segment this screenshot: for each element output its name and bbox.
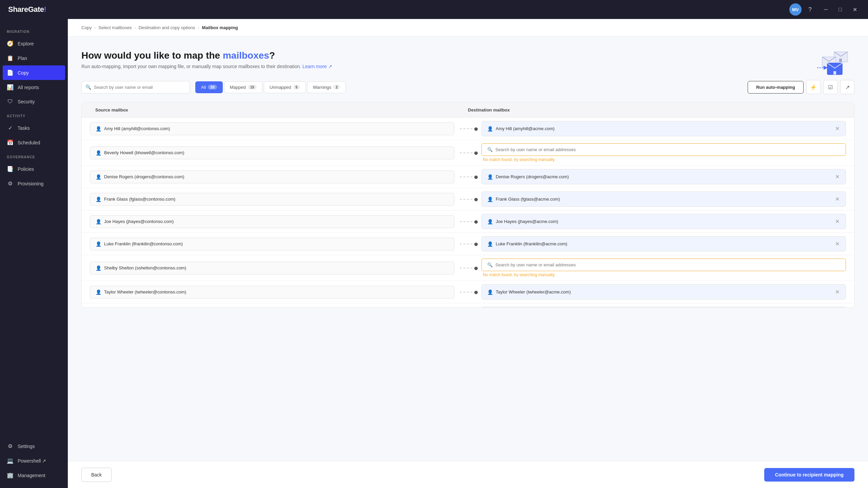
clear-mapping-1[interactable]: ✕ bbox=[834, 125, 840, 133]
user-icon-1: 👤 bbox=[96, 126, 101, 131]
filter-tab-all-label: All bbox=[201, 85, 206, 90]
sidebar-item-provisioning[interactable]: ⚙ Provisioning bbox=[0, 176, 68, 191]
dest-name-5: Joe Hayes (jhayes@acme.com) bbox=[496, 219, 558, 224]
export-icon: ↗ bbox=[845, 84, 850, 90]
source-name-1: Amy Hill (amyhill@contonso.com) bbox=[104, 126, 170, 131]
migration-section-label: MIGRATION bbox=[0, 24, 68, 36]
filter-tab-mapped[interactable]: Mapped 15 bbox=[224, 81, 262, 93]
filter-tab-unmapped-label: Unmapped bbox=[270, 85, 291, 90]
run-auto-mapping-button[interactable]: Run auto-mapping bbox=[748, 81, 804, 94]
bottom-bar: Back Continue to recipient mapping bbox=[68, 461, 868, 488]
filter-tab-mapped-label: Mapped bbox=[230, 85, 246, 90]
filter-tab-unmapped[interactable]: Unmapped 5 bbox=[264, 81, 306, 93]
provisioning-icon: ⚙ bbox=[7, 180, 14, 187]
app-logo-suffix: ! bbox=[44, 5, 46, 14]
dest-name-4: Frank Glass (fglass@acme.com) bbox=[496, 197, 560, 202]
clear-mapping-4[interactable]: ✕ bbox=[834, 195, 840, 203]
connector-line-2 bbox=[460, 152, 476, 153]
source-mailbox-5: 👤 Joe Hayes (jhayes@contonso.com) bbox=[90, 215, 454, 228]
sidebar-item-settings[interactable]: ⚙ Settings bbox=[0, 439, 68, 453]
table-row: 👤 Shelby Shelton (sshelton@contonso.com) bbox=[82, 255, 854, 281]
sidebar-item-security[interactable]: 🛡 Security bbox=[0, 95, 68, 109]
clear-mapping-3[interactable]: ✕ bbox=[834, 173, 840, 181]
user-icon-2: 👤 bbox=[96, 150, 101, 156]
sidebar-item-policies[interactable]: 📑 Policies bbox=[0, 162, 68, 176]
clear-mapping-5[interactable]: ✕ bbox=[834, 218, 840, 225]
plan-icon: 📋 bbox=[7, 55, 14, 61]
source-mailbox-7: 👤 Shelby Shelton (sshelton@contonso.com) bbox=[90, 262, 454, 274]
table-row: 👤 Joe Hayes (jhayes@contonso.com) 👤 J bbox=[82, 210, 854, 233]
sidebar-item-powershell[interactable]: 💻 Powershell ↗ bbox=[0, 453, 68, 468]
dest-wrapper-7: 🔍 No match found, try searching manually… bbox=[481, 259, 846, 277]
explore-icon: 🧭 bbox=[7, 40, 14, 47]
table-row: 👤 Luke Franklin (lfrankilin@contonso.com… bbox=[82, 233, 854, 255]
no-match-text-7: No match found, try searching manually. bbox=[481, 272, 846, 277]
sidebar-item-management[interactable]: 🏢 Management bbox=[0, 468, 68, 483]
dest-header: Destination mailbox bbox=[468, 107, 841, 113]
user-icon-6: 👤 bbox=[96, 241, 101, 247]
clear-mapping-8[interactable]: ✕ bbox=[834, 288, 840, 296]
page-title-suffix: ? bbox=[269, 50, 275, 61]
dest-mailbox-4: 👤 Frank Glass (fglass@acme.com) ✕ bbox=[481, 191, 846, 207]
connector-dot-2 bbox=[474, 151, 478, 155]
source-name-7: Shelby Shelton (sshelton@contonso.com) bbox=[104, 265, 186, 270]
import-mapping-button[interactable]: ⚡ bbox=[806, 80, 821, 94]
sidebar-item-all-reports[interactable]: 📊 All reports bbox=[0, 80, 68, 95]
source-mailbox-6: 👤 Luke Franklin (lfrankilin@contonso.com… bbox=[90, 238, 454, 250]
dest-search-input-7[interactable] bbox=[495, 262, 840, 267]
dest-search-input-2[interactable] bbox=[495, 147, 840, 152]
connector-3 bbox=[454, 177, 481, 177]
page-content: How would you like to map the mailboxes?… bbox=[68, 37, 868, 461]
dest-mailbox-1: 👤 Amy Hill (amyhill@acme.com) ✕ bbox=[481, 121, 846, 136]
continue-button[interactable]: Continue to recipient mapping bbox=[764, 468, 854, 482]
management-icon: 🏢 bbox=[7, 472, 14, 479]
svg-rect-1 bbox=[839, 59, 842, 62]
table-row: 👤 Taylor Wheeler (twheeler@contonso.com)… bbox=[82, 281, 854, 303]
page-title-highlight: mailboxes bbox=[223, 50, 269, 61]
table-row: 👤 Victoria Simmons (vsimmons@contonso.co… bbox=[82, 303, 854, 307]
table-row: 👤 Beverly Howell (bhowell@contonso.com) bbox=[82, 140, 854, 166]
close-button[interactable]: ✕ bbox=[850, 5, 860, 14]
sidebar-item-tasks[interactable]: ✓ Tasks bbox=[0, 121, 68, 135]
source-name-2: Beverly Howell (bhowell@contonso.com) bbox=[104, 150, 184, 155]
maximize-button[interactable]: □ bbox=[836, 5, 845, 14]
app-logo: ShareGate! bbox=[8, 5, 46, 14]
minimize-button[interactable]: ─ bbox=[821, 5, 830, 14]
filter-tab-all-badge: 20 bbox=[208, 85, 217, 89]
svg-rect-5 bbox=[833, 71, 836, 75]
sidebar-item-scheduled[interactable]: 📅 Scheduled bbox=[0, 135, 68, 150]
breadcrumb-select[interactable]: Select mailboxes bbox=[98, 25, 132, 30]
governance-section-label: GOVERNANCE bbox=[0, 150, 68, 162]
filter-tab-all[interactable]: All 20 bbox=[195, 81, 223, 93]
search-wrap: 🔍 bbox=[81, 81, 190, 94]
sidebar-label-scheduled: Scheduled bbox=[18, 140, 40, 145]
title-bar-right: MV ? ─ □ ✕ bbox=[789, 3, 860, 16]
sidebar-item-explore[interactable]: 🧭 Explore bbox=[0, 36, 68, 51]
dest-mailbox-6: 👤 Luke Franklin (lfrankilin@acme.com) ✕ bbox=[481, 236, 846, 251]
breadcrumb-copy[interactable]: Copy bbox=[81, 25, 92, 30]
search-input[interactable] bbox=[81, 81, 190, 94]
back-button[interactable]: Back bbox=[81, 468, 112, 482]
tasks-icon: ✓ bbox=[7, 125, 14, 131]
filter-tab-unmapped-badge: 5 bbox=[293, 85, 300, 89]
source-mailbox-2: 👤 Beverly Howell (bhowell@contonso.com) bbox=[90, 146, 454, 159]
powershell-icon: 💻 bbox=[7, 458, 14, 464]
learn-more-link[interactable]: Learn more ↗ bbox=[302, 64, 332, 69]
avatar-button[interactable]: MV bbox=[789, 3, 802, 16]
user-icon-8: 👤 bbox=[96, 289, 101, 295]
sidebar-item-plan[interactable]: 📋 Plan bbox=[0, 51, 68, 65]
clear-mapping-6[interactable]: ✕ bbox=[834, 240, 840, 248]
breadcrumb-dest[interactable]: Destination and copy options bbox=[139, 25, 195, 30]
sidebar-label-reports: All reports bbox=[18, 85, 39, 90]
help-button[interactable]: ? bbox=[807, 5, 813, 15]
sidebar-label-security: Security bbox=[18, 99, 35, 104]
download-mapping-button[interactable]: ☑ bbox=[823, 80, 837, 94]
connector-7 bbox=[454, 268, 481, 268]
settings-icon: ⚙ bbox=[7, 443, 14, 449]
user-icon-7: 👤 bbox=[96, 265, 101, 271]
sidebar-label-powershell: Powershell ↗ bbox=[18, 458, 46, 464]
sidebar-item-copy[interactable]: 📄 Copy bbox=[3, 65, 65, 80]
export-mapping-button[interactable]: ↗ bbox=[840, 80, 854, 94]
source-name-4: Frank Glass (fglass@contonso.com) bbox=[104, 197, 175, 202]
filter-tab-warnings[interactable]: Warnings 2 bbox=[307, 81, 346, 93]
